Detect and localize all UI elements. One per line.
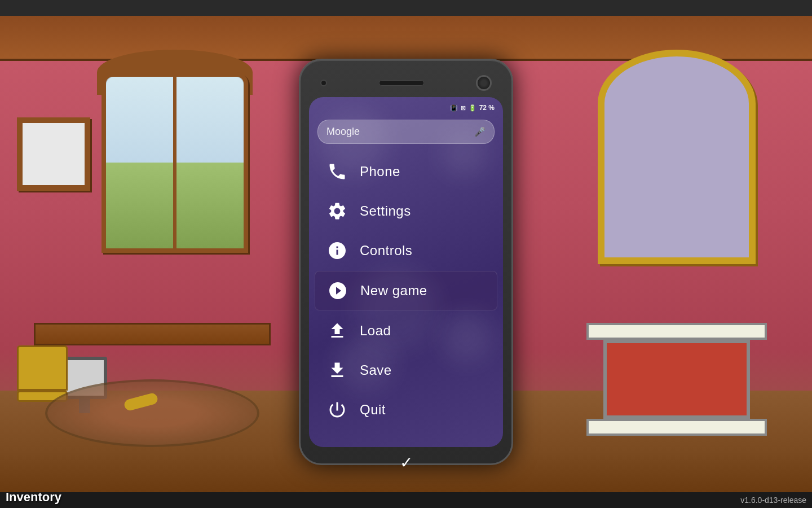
phone-device: 📳 ⊠ 🔋 72 % Moogle 🎤 Phone (299, 59, 513, 465)
rear-camera (476, 75, 492, 91)
bokeh-4 (441, 312, 492, 362)
bottom-bar: Inventory v1.6.0-d13-release (0, 492, 812, 508)
menu-controls-label: Controls (360, 243, 412, 259)
mirror-frame (598, 50, 756, 264)
bokeh-5 (354, 266, 439, 351)
menu-settings-label: Settings (360, 203, 411, 219)
phone-case: 📳 ⊠ 🔋 72 % Moogle 🎤 Phone (299, 59, 513, 465)
phone-top-hardware (309, 69, 503, 97)
menu-item-quit[interactable]: Quit (315, 391, 497, 429)
power-icon (326, 398, 348, 421)
picture-frame (17, 117, 90, 191)
confirm-checkmark[interactable]: ✓ (400, 453, 413, 472)
phone-speaker (379, 80, 424, 86)
menu-quit-label: Quit (360, 402, 386, 418)
vibrate-icon: 📳 (450, 104, 458, 112)
bokeh-1 (320, 108, 388, 176)
battery-percent: 72 % (479, 104, 495, 112)
menu-item-settings[interactable]: Settings (315, 192, 497, 230)
inventory-label[interactable]: Inventory (6, 490, 61, 505)
settings-icon (326, 200, 348, 222)
phone-bottom-bar[interactable]: ✓ (309, 447, 503, 475)
signal-icon: ⊠ (461, 104, 466, 112)
info-icon (326, 239, 348, 262)
play-icon (326, 279, 349, 302)
bokeh-2 (441, 131, 486, 176)
phone-screen: 📳 ⊠ 🔋 72 % Moogle 🎤 Phone (309, 97, 503, 447)
version-label: v1.6.0-d13-release (740, 496, 806, 505)
window (102, 72, 248, 253)
top-bar (0, 0, 812, 16)
front-camera (320, 80, 327, 86)
battery-icon: 🔋 (469, 104, 476, 112)
rug (45, 379, 259, 447)
menu-item-controls[interactable]: Controls (315, 231, 497, 270)
fireplace (586, 323, 767, 436)
upload-icon (326, 319, 348, 342)
